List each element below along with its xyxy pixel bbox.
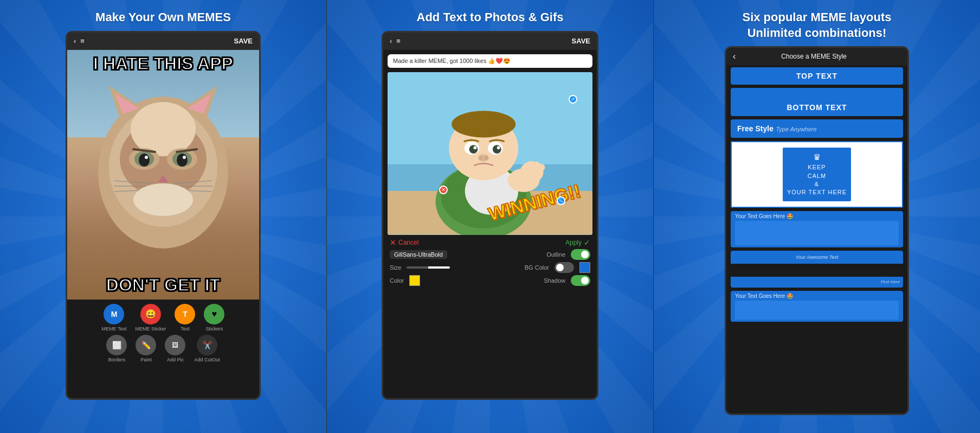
panel3-title: Six popular MEME layoutsUnlimited combin… bbox=[731, 0, 902, 46]
style-card-last[interactable]: Your Text Goes Here 🤩 bbox=[731, 291, 903, 322]
color-swatch[interactable] bbox=[409, 275, 420, 286]
meme-sticker-icon: 😀 bbox=[140, 304, 161, 324]
text-tool-icon: T bbox=[175, 304, 195, 324]
panel-make-memes: Make Your Own MEMES ‹ ≡ SAVE bbox=[0, 0, 326, 433]
tool-text[interactable]: T Text bbox=[175, 304, 195, 332]
svg-point-3 bbox=[131, 102, 196, 156]
free-style-sub: Type Anywhere bbox=[776, 126, 816, 132]
awesome-sub: First Here bbox=[881, 279, 900, 284]
menu-icon-1[interactable]: ≡ bbox=[80, 37, 85, 45]
panel-add-text: Add Text to Photos & Gifs ‹ ≡ SAVE Made … bbox=[327, 0, 653, 433]
meme-top-text: I HATE THIS APP bbox=[67, 54, 259, 73]
cancel-button[interactable]: ✕ Cancel bbox=[390, 238, 418, 247]
text-toolbar: ✕ Cancel Apply ✓ GillSans-UltraBold Outl… bbox=[383, 235, 597, 289]
size-slider[interactable] bbox=[407, 266, 450, 269]
keep-calm-inner: ♛ KEEPCALM&YOUR TEXT HERE bbox=[783, 148, 851, 201]
style-top-text-label: TOP TEXT bbox=[731, 67, 903, 85]
tool-meme-sticker[interactable]: 😀 MEME Sticker bbox=[135, 304, 166, 332]
awesome-mid bbox=[731, 264, 903, 277]
baby-background: WINNING!! ↗ ✕ ⤡ bbox=[388, 72, 592, 235]
bg-color-swatch[interactable] bbox=[579, 262, 590, 273]
svg-point-38 bbox=[493, 145, 501, 154]
awesome-bottom-bar: First Here bbox=[731, 277, 903, 288]
photo-area: WINNING!! ↗ ✕ ⤡ bbox=[388, 72, 592, 235]
last-card-body bbox=[735, 301, 899, 320]
style-card-awesome[interactable]: Your Awesome Text First Here bbox=[731, 251, 903, 288]
add-pic-label: Add Pic bbox=[167, 357, 184, 362]
tool-add-cutout[interactable]: ✂️ Add CutOut bbox=[194, 335, 220, 362]
back-icon-2[interactable]: ‹ bbox=[390, 37, 392, 45]
shadow-toggle[interactable] bbox=[571, 275, 590, 286]
device-frame-3: ‹ Choose a MEME Style TOP TEXT BOTTOM TE… bbox=[725, 46, 909, 415]
back-icon-1[interactable]: ‹ bbox=[74, 37, 76, 45]
chat-message: Made a killer MEME, got 1000 likes 👍❤️😍 bbox=[388, 54, 592, 68]
keep-calm-text: KEEPCALM&YOUR TEXT HERE bbox=[787, 163, 847, 197]
borders-icon: ⬜ bbox=[106, 335, 127, 355]
topbar-left-1: ‹ ≡ bbox=[74, 37, 85, 45]
device-topbar-2: ‹ ≡ SAVE bbox=[383, 33, 597, 50]
size-row: Size BG Color bbox=[390, 262, 590, 273]
meme-sticker-label: MEME Sticker bbox=[135, 326, 166, 332]
shadow-label: Shadow bbox=[544, 277, 565, 284]
style-bottom-text-label: BOTTOM TEXT bbox=[731, 99, 903, 116]
awesome-text: Your Awesome Text bbox=[795, 254, 838, 260]
keep-calm-container: ♛ KEEPCALM&YOUR TEXT HERE bbox=[731, 141, 903, 208]
style-card-free-style[interactable]: Free Style Type Anywhere bbox=[731, 119, 903, 138]
your-text-body bbox=[735, 221, 899, 245]
add-cutout-label: Add CutOut bbox=[194, 357, 220, 362]
apply-button[interactable]: Apply ✓ bbox=[565, 238, 590, 247]
meme-styles-list: TOP TEXT BOTTOM TEXT Free Style Type Any… bbox=[726, 65, 907, 327]
style-free-container: Free Style Type Anywhere bbox=[731, 119, 903, 138]
save-button-1[interactable]: SAVE bbox=[234, 37, 253, 45]
text-handle-remove[interactable]: ✕ bbox=[439, 186, 448, 194]
menu-icon-2[interactable]: ≡ bbox=[396, 37, 401, 45]
svg-point-9 bbox=[177, 154, 188, 167]
save-button-2[interactable]: SAVE bbox=[572, 37, 590, 45]
svg-point-8 bbox=[139, 154, 150, 167]
meme-bottom-text: DON'T GET IT bbox=[67, 276, 259, 295]
svg-point-40 bbox=[497, 146, 500, 149]
stickers-icon: ♥ bbox=[204, 304, 224, 324]
color-row: Color Shadow bbox=[390, 275, 590, 286]
topbar-left-2: ‹ ≡ bbox=[390, 37, 401, 45]
text-handle-top[interactable]: ↗ bbox=[569, 95, 577, 104]
meme-text-label: MEME Text bbox=[102, 326, 127, 332]
device-frame-1: ‹ ≡ SAVE bbox=[66, 31, 261, 400]
panel1-title: Make Your Own MEMES bbox=[85, 0, 242, 31]
svg-point-11 bbox=[183, 156, 186, 159]
svg-point-37 bbox=[469, 145, 478, 154]
outline-toggle[interactable] bbox=[571, 249, 590, 260]
size-label: Size bbox=[390, 264, 401, 271]
paint-icon: ✏️ bbox=[136, 335, 156, 355]
bg-color-toggle[interactable] bbox=[555, 262, 574, 273]
awesome-container: Your Awesome Text First Here bbox=[731, 251, 903, 288]
panel-meme-layouts: Six popular MEME layoutsUnlimited combin… bbox=[654, 0, 980, 433]
toolbar-row1: M MEME Text 😀 MEME Sticker T bbox=[67, 304, 259, 332]
meme-image-area: I HATE THIS APP DON'T GET IT bbox=[67, 50, 259, 300]
tool-paint[interactable]: ✏️ Paint bbox=[136, 335, 156, 362]
svg-point-39 bbox=[473, 146, 476, 149]
paint-label: Paint bbox=[140, 357, 152, 362]
style-card-your-text[interactable]: Your Text Goes Here 🤩 bbox=[731, 211, 903, 247]
style-card-keep-calm[interactable]: ♛ KEEPCALM&YOUR TEXT HERE bbox=[731, 141, 903, 208]
add-cutout-icon: ✂️ bbox=[197, 335, 217, 355]
text-handle-resize[interactable]: ⤡ bbox=[557, 196, 565, 205]
tool-borders[interactable]: ⬜ Borders bbox=[106, 335, 127, 362]
style-card-top-text[interactable]: TOP TEXT bbox=[731, 67, 903, 85]
color-label: Color bbox=[390, 277, 404, 284]
panel2-title: Add Text to Photos & Gifs bbox=[406, 0, 575, 31]
tool-meme-text[interactable]: M MEME Text bbox=[102, 304, 127, 332]
awesome-top-bar: Your Awesome Text bbox=[731, 251, 903, 264]
svg-point-10 bbox=[145, 156, 148, 159]
last-card-header: Your Text Goes Here 🤩 bbox=[735, 293, 899, 299]
style-card-bottom-text[interactable]: BOTTOM TEXT bbox=[731, 88, 903, 116]
tool-stickers[interactable]: ♥ Stickers bbox=[204, 304, 224, 332]
device-frame-2: ‹ ≡ SAVE Made a killer MEME, got 1000 li… bbox=[382, 31, 598, 400]
crown-icon: ♛ bbox=[787, 152, 847, 162]
text-toolbar-actions: ✕ Cancel Apply ✓ bbox=[390, 238, 590, 247]
tool-add-pic[interactable]: 🖼 Add Pic bbox=[165, 335, 185, 362]
device-topbar-3: ‹ Choose a MEME Style bbox=[726, 48, 907, 65]
svg-point-42 bbox=[479, 156, 483, 160]
font-name[interactable]: GillSans-UltraBold bbox=[390, 250, 447, 259]
svg-point-34 bbox=[452, 111, 515, 137]
